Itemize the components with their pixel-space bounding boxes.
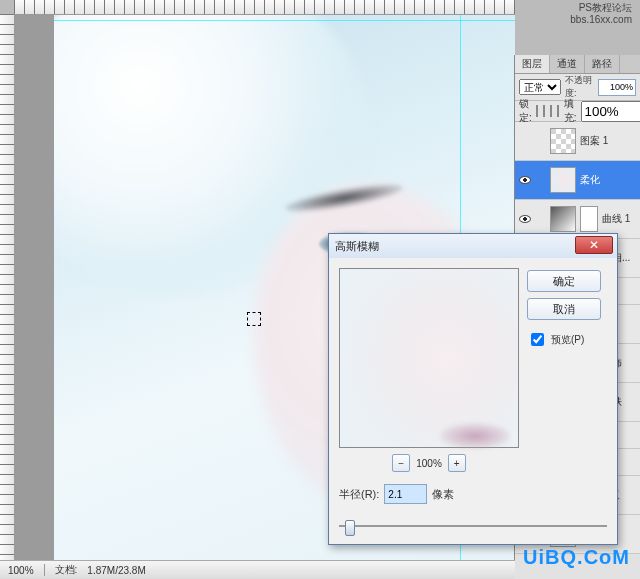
- marquee-selection[interactable]: [247, 312, 261, 326]
- status-bar: 100% 文档: 1.87M/23.8M: [0, 560, 515, 579]
- horizontal-ruler[interactable]: [14, 0, 515, 15]
- eye-icon: [519, 176, 531, 184]
- dialog-body: − 100% + 确定 取消 预览(P): [329, 258, 617, 484]
- zoom-in-button[interactable]: +: [448, 454, 466, 472]
- separator: [44, 564, 45, 576]
- preview-checkbox-label: 预览(P): [551, 333, 584, 347]
- preview-zoom-controls: − 100% +: [392, 454, 466, 472]
- watermark-line1: PS教程论坛: [570, 2, 632, 14]
- panel-options-row1: 正常 不透明度:: [515, 74, 640, 101]
- status-zoom[interactable]: 100%: [8, 565, 34, 576]
- lock-position-icon[interactable]: [550, 105, 552, 117]
- tab-paths[interactable]: 路径: [585, 55, 620, 73]
- radius-slider[interactable]: [339, 518, 607, 534]
- status-doc-label: 文档:: [55, 563, 78, 577]
- canvas-pasteboard: [14, 14, 54, 561]
- fill-input[interactable]: [581, 101, 640, 122]
- layer-row[interactable]: 柔化: [515, 161, 640, 200]
- preview-zoom-value: 100%: [416, 458, 442, 469]
- dialog-preview-column: − 100% +: [339, 268, 519, 472]
- layer-name[interactable]: 图案 1: [580, 134, 637, 148]
- cancel-button[interactable]: 取消: [527, 298, 601, 320]
- filter-preview[interactable]: [339, 268, 519, 448]
- slider-thumb[interactable]: [345, 520, 355, 536]
- panel-options-row2: 锁定: 填充:: [515, 101, 640, 122]
- radius-unit: 像素: [432, 487, 454, 502]
- vertical-ruler[interactable]: [0, 14, 15, 561]
- gaussian-blur-dialog[interactable]: 高斯模糊 ✕ − 100% + 确定 取消 预览: [328, 233, 618, 545]
- dialog-title: 高斯模糊: [335, 239, 611, 254]
- watermark-line2: bbs.16xx.com: [570, 14, 632, 26]
- lock-pixels-icon[interactable]: [543, 105, 545, 117]
- ok-button[interactable]: 确定: [527, 270, 601, 292]
- watermark-top: PS教程论坛 bbs.16xx.com: [570, 2, 632, 26]
- panel-tabs: 图层 通道 路径: [515, 55, 640, 74]
- layer-thumbnail[interactable]: [550, 128, 576, 154]
- status-doc-value: 1.87M/23.8M: [87, 565, 145, 576]
- preview-checkbox[interactable]: [531, 333, 544, 346]
- eye-icon: [519, 215, 531, 223]
- dialog-titlebar[interactable]: 高斯模糊 ✕: [329, 234, 617, 258]
- layer-thumbnail[interactable]: [550, 167, 576, 193]
- close-icon: ✕: [589, 239, 599, 251]
- fill-label: 填充:: [564, 97, 577, 125]
- blend-mode-select[interactable]: 正常: [519, 79, 561, 95]
- adjustment-thumbnail[interactable]: [550, 206, 576, 232]
- preview-checkbox-row[interactable]: 预览(P): [527, 330, 601, 349]
- lock-all-icon[interactable]: [557, 105, 559, 117]
- layer-name[interactable]: 柔化: [580, 173, 637, 187]
- preview-content: [440, 423, 510, 449]
- tab-channels[interactable]: 通道: [550, 55, 585, 73]
- radius-input[interactable]: [384, 484, 427, 504]
- dialog-button-column: 确定 取消 预览(P): [527, 268, 601, 472]
- guide-line[interactable]: [54, 20, 515, 21]
- radius-label: 半径(R):: [339, 487, 379, 502]
- tab-layers[interactable]: 图层: [515, 55, 550, 73]
- layer-name[interactable]: 曲线 1: [602, 212, 637, 226]
- visibility-toggle[interactable]: [518, 173, 532, 187]
- opacity-input[interactable]: [598, 79, 636, 96]
- app-window: PS教程论坛 bbs.16xx.com 100% 文档: 1.87M/23.8M…: [0, 0, 640, 579]
- lock-label: 锁定:: [519, 97, 532, 125]
- watermark-bottom: UiBQ.CoM: [523, 546, 630, 569]
- visibility-toggle[interactable]: [518, 134, 532, 148]
- visibility-toggle[interactable]: [518, 212, 532, 226]
- radius-row: 半径(R): 像素: [329, 484, 617, 514]
- lock-transparency-icon[interactable]: [536, 105, 538, 117]
- slider-track: [339, 525, 607, 527]
- layer-row[interactable]: 图案 1: [515, 122, 640, 161]
- mask-thumbnail[interactable]: [580, 206, 598, 232]
- zoom-out-button[interactable]: −: [392, 454, 410, 472]
- dialog-close-button[interactable]: ✕: [575, 236, 613, 254]
